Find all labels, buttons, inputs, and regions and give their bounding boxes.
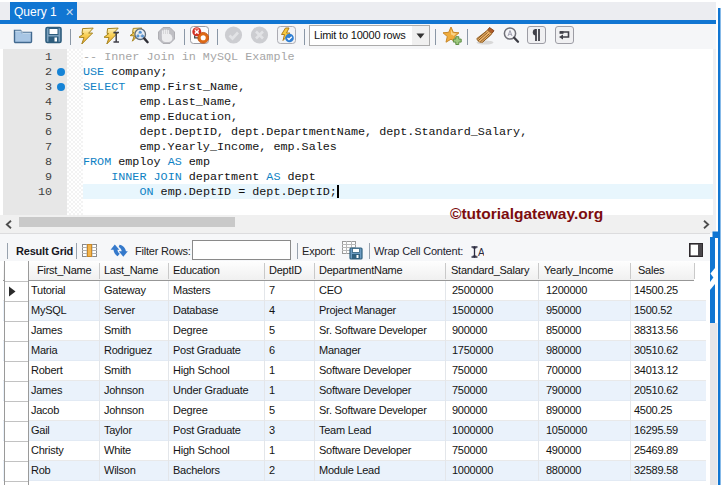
- svg-text:A: A: [478, 247, 484, 258]
